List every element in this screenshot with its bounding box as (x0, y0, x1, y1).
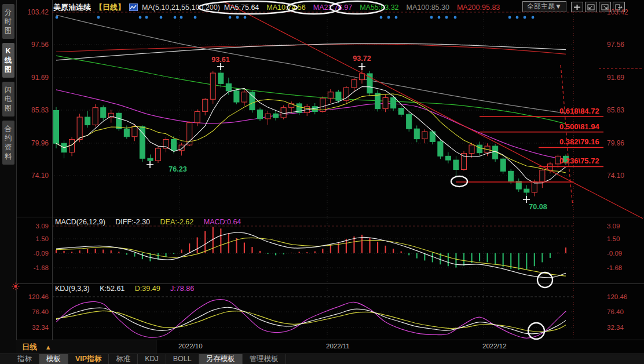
candlestick (203, 98, 208, 115)
annotation-ellipse (451, 176, 467, 187)
candlestick (391, 96, 396, 111)
kdj-j-value: J:78.86 (170, 285, 194, 293)
theme-selector-button[interactable]: 全部主题▼ (522, 1, 566, 12)
period-label: 【日线】 (95, 2, 125, 13)
chart-text: 0.618\84.72 (559, 107, 599, 115)
chart-text: 1.50 (36, 235, 49, 242)
axis-labels: 103.42103.4297.5697.5691.6991.6985.8385.… (27, 8, 628, 350)
candlestick (516, 179, 521, 192)
sidebar-tab-0[interactable]: 分时图 (2, 4, 14, 39)
ma-line-MA100 (56, 15, 566, 113)
candlestick (69, 137, 75, 156)
sidebar-tab-1[interactable]: K线图 (2, 43, 14, 78)
chart-text: 3.09 (36, 223, 49, 230)
candlestick (445, 152, 451, 163)
candlestick (352, 78, 357, 92)
chart-text: -1.68 (607, 264, 622, 271)
trading-terminal: 分时图K线图闪电图合约资料 美原油连续 【日线】 MA(5,10,21,55,1… (0, 0, 644, 364)
candlestick (234, 89, 239, 104)
candlestick (265, 111, 270, 125)
chart-text: -0.09 (607, 250, 622, 257)
kdj-header: KDJ(9,3,3) K:52.61 D:39.49 J:78.86 (55, 285, 202, 293)
footer-tab-4[interactable]: KDJ (138, 354, 166, 364)
candlestick (179, 143, 184, 155)
kdj-title: KDJ(9,3,3) (55, 285, 90, 293)
kdj-d-value: D:39.49 (135, 285, 160, 293)
ma-line-MA55 (56, 56, 566, 123)
chart-text: 97.56 (607, 41, 624, 49)
ma-value-1: MA10:74.56 (266, 3, 305, 12)
candlestick (500, 156, 506, 174)
ma-values: MA5:75.64MA10:74.56MA21:76.97MA55:83.32M… (224, 3, 507, 12)
kdj-k-line (56, 307, 566, 334)
chart-text: 0.236\75.72 (559, 156, 599, 165)
candlestick (563, 155, 568, 165)
macd-panel (56, 227, 566, 278)
candlestick (77, 114, 82, 142)
indicator-chart-icon (129, 3, 138, 11)
ma-line-MA21 (56, 90, 566, 159)
chart-text: 70.08 (529, 203, 547, 211)
candlestick (218, 67, 224, 88)
ma-value-2: MA21:76.97 (313, 3, 352, 12)
sidebar-tab-2[interactable]: 闪电图 (2, 82, 14, 117)
ma-line-MA200 (56, 44, 566, 54)
candlestick (461, 151, 466, 171)
period-selector[interactable]: 日线 ▲ (16, 340, 156, 354)
footer-tab-2[interactable]: VIP指标 (68, 354, 109, 364)
candlestick (148, 155, 153, 164)
chart-text: 93.72 (353, 54, 371, 63)
candlestick (343, 86, 349, 104)
chart-text: 3.09 (607, 223, 620, 230)
macd-diff-value: DIFF:-2.30 (115, 218, 150, 226)
footer-tab-5[interactable]: BOLL (166, 354, 199, 364)
axis-scale-left-icon[interactable] (585, 2, 597, 12)
fast-ma-lines (56, 87, 566, 183)
candlestick (359, 66, 364, 83)
candlestick (171, 136, 177, 154)
candlestick (85, 111, 90, 128)
candlestick (124, 125, 129, 139)
chart-text: 85.83 (31, 106, 49, 114)
candlestick (547, 162, 552, 173)
chart-text: 76.40 (607, 308, 624, 315)
candlestick (414, 125, 419, 142)
footer-tab-0[interactable]: 指标 (10, 354, 39, 364)
candlestick (132, 125, 137, 141)
axis-scale-right-icon[interactable] (599, 2, 611, 12)
candlestick (469, 143, 474, 158)
candlestick (155, 146, 160, 163)
ma-lines (56, 15, 566, 159)
macd-dea-value: DEA:-2.62 (160, 218, 194, 226)
candlestick (289, 101, 294, 113)
ma-line-MA5 (56, 87, 566, 183)
candlestick (116, 111, 122, 131)
exit-panel-icon[interactable] (613, 2, 625, 12)
footer-tab-6[interactable]: 另存模板 (199, 354, 243, 364)
candlestick (328, 89, 333, 103)
footer-tab-1[interactable]: 模板 (39, 354, 68, 364)
candlestick (93, 104, 98, 126)
candlestick (187, 122, 192, 146)
chart-header: 美原油连续 【日线】 MA(5,10,21,55,100,200) MA5:75… (53, 0, 507, 14)
footer-tab-7[interactable]: 管理模板 (243, 354, 286, 364)
candlestick (407, 112, 412, 132)
ma-value-5: MA200:95.83 (457, 3, 500, 12)
chart-text: 97.56 (31, 41, 49, 49)
candlestick (477, 141, 482, 155)
candlestick (398, 106, 404, 117)
chart-text: 74.10 (31, 172, 49, 180)
footer-tab-3[interactable]: 标准 (109, 354, 138, 364)
chart-text: 32.34 (607, 324, 624, 331)
period-up-arrow-icon: ▲ (45, 344, 52, 351)
ma-value-4: MA100:85.30 (407, 3, 449, 12)
candlestick (305, 104, 310, 116)
pan-icon[interactable] (571, 2, 583, 12)
chart-text: 91.69 (31, 74, 49, 82)
candlestick (367, 71, 372, 96)
candlestick (257, 108, 262, 121)
sidebar-tab-3[interactable]: 合约资料 (2, 121, 14, 165)
candlestick (430, 130, 435, 144)
candlestick (493, 144, 498, 162)
chart-text: 120.46 (28, 293, 49, 300)
